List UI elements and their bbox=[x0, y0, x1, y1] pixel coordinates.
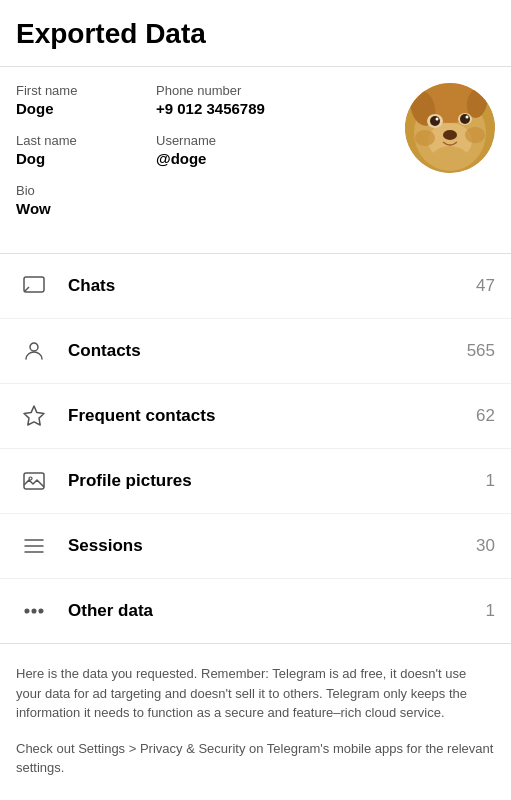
last-name-label: Last name bbox=[16, 133, 116, 148]
svg-point-10 bbox=[460, 114, 470, 124]
svg-point-24 bbox=[25, 609, 29, 613]
list-item[interactable]: Frequent contacts 62 bbox=[0, 384, 511, 449]
username-field: Username @doge bbox=[156, 133, 256, 167]
first-name-value: Doge bbox=[16, 100, 116, 117]
svg-point-12 bbox=[466, 116, 469, 119]
list-item[interactable]: Sessions 30 bbox=[0, 514, 511, 579]
last-name-value: Dog bbox=[16, 150, 116, 167]
sessions-label: Sessions bbox=[68, 536, 468, 556]
chats-count: 47 bbox=[476, 276, 495, 296]
list-item[interactable]: Profile pictures 1 bbox=[0, 449, 511, 514]
chats-label: Chats bbox=[68, 276, 468, 296]
list-icon bbox=[16, 528, 52, 564]
frequent-contacts-count: 62 bbox=[476, 406, 495, 426]
first-name-label: First name bbox=[16, 83, 116, 98]
list-item[interactable]: Other data 1 bbox=[0, 579, 511, 643]
star-icon bbox=[16, 398, 52, 434]
footer-section: Here is the data you requested. Remember… bbox=[0, 644, 511, 800]
other-data-label: Other data bbox=[68, 601, 478, 621]
sessions-count: 30 bbox=[476, 536, 495, 556]
svg-point-9 bbox=[430, 116, 440, 126]
profile-row-1: First name Doge Phone number +9 012 3456… bbox=[16, 83, 389, 117]
footer-paragraph-2: Check out Settings > Privacy & Security … bbox=[16, 739, 495, 778]
phone-value: +9 012 3456789 bbox=[156, 100, 265, 117]
dots-icon bbox=[16, 593, 52, 629]
contacts-count: 565 bbox=[467, 341, 495, 361]
avatar bbox=[405, 83, 495, 173]
page-title: Exported Data bbox=[0, 0, 511, 67]
bio-label: Bio bbox=[16, 183, 116, 198]
svg-point-15 bbox=[465, 127, 485, 143]
bio-field: Bio Wow bbox=[16, 183, 116, 217]
phone-label: Phone number bbox=[156, 83, 265, 98]
profile-row-2: Last name Dog Username @doge bbox=[16, 133, 389, 167]
svg-point-26 bbox=[39, 609, 43, 613]
footer-paragraph-1: Here is the data you requested. Remember… bbox=[16, 664, 495, 723]
svg-point-13 bbox=[443, 130, 457, 140]
svg-point-18 bbox=[30, 343, 38, 351]
bio-value: Wow bbox=[16, 200, 116, 217]
profile-section: First name Doge Phone number +9 012 3456… bbox=[0, 67, 511, 254]
phone-field: Phone number +9 012 3456789 bbox=[156, 83, 265, 117]
profile-row-3: Bio Wow bbox=[16, 183, 389, 217]
username-value: @doge bbox=[156, 150, 256, 167]
svg-point-25 bbox=[32, 609, 36, 613]
svg-point-11 bbox=[436, 118, 439, 121]
person-icon bbox=[16, 333, 52, 369]
first-name-field: First name Doge bbox=[16, 83, 116, 117]
items-section: Chats 47 Contacts 565 Frequent contacts … bbox=[0, 254, 511, 644]
other-data-count: 1 bbox=[486, 601, 495, 621]
image-icon bbox=[16, 463, 52, 499]
chat-icon bbox=[16, 268, 52, 304]
profile-pictures-label: Profile pictures bbox=[68, 471, 478, 491]
profile-fields: First name Doge Phone number +9 012 3456… bbox=[16, 83, 389, 233]
svg-point-14 bbox=[415, 130, 435, 146]
username-label: Username bbox=[156, 133, 256, 148]
list-item[interactable]: Contacts 565 bbox=[0, 319, 511, 384]
frequent-contacts-label: Frequent contacts bbox=[68, 406, 468, 426]
list-item[interactable]: Chats 47 bbox=[0, 254, 511, 319]
contacts-label: Contacts bbox=[68, 341, 459, 361]
svg-point-16 bbox=[432, 146, 468, 170]
profile-pictures-count: 1 bbox=[486, 471, 495, 491]
last-name-field: Last name Dog bbox=[16, 133, 116, 167]
